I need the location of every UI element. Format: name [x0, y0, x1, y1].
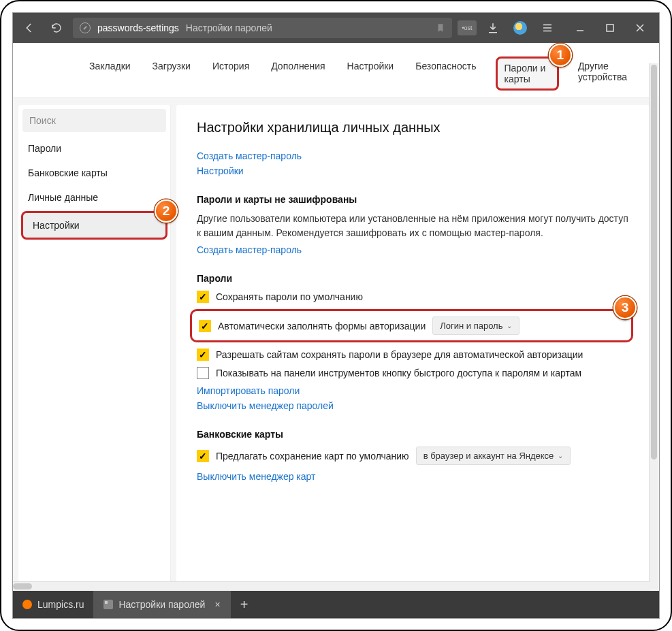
row-allow-sites-save: Разрешать сайтам сохранять пароли в брау…	[197, 349, 633, 361]
row-autofill: Автоматически заполнять формы авторизаци…	[190, 309, 633, 342]
row-offer-save-cards: Предлагать сохранение карт по умолчанию …	[197, 447, 633, 465]
topnav-passwords-cards[interactable]: Пароли и карты 1	[496, 56, 559, 91]
row-save-passwords: Сохранять пароли по умолчанию	[197, 291, 633, 303]
search-placeholder: Поиск	[29, 115, 56, 126]
checkbox-label: Автоматически заполнять формы авторизаци…	[218, 321, 426, 331]
browser-window: passwords-settings Настройки паролей •os…	[12, 12, 660, 619]
address-title: Настройки паролей	[186, 22, 272, 33]
tab-close-icon[interactable]: ×	[214, 599, 220, 610]
address-url: passwords-settings	[97, 22, 179, 33]
topnav-item-label: Пароли и карты	[505, 63, 546, 84]
menu-button[interactable]	[537, 18, 558, 37]
browser-toolbar: passwords-settings Настройки паролей •os…	[13, 13, 659, 43]
topnav-downloads[interactable]: Загрузки	[150, 56, 193, 91]
link-disable-password-manager[interactable]: Выключить менеджер паролей	[197, 400, 633, 411]
checkbox-offer-cards[interactable]	[197, 450, 209, 462]
tab-title: Lumpics.ru	[37, 599, 84, 610]
weather-icon[interactable]	[509, 18, 531, 37]
back-button[interactable]	[18, 18, 40, 37]
close-button[interactable]	[626, 18, 654, 37]
settings-body: Поиск Пароли Банковские карты Личные дан…	[13, 98, 659, 591]
dropdown-value: Логин и пароль	[440, 321, 502, 331]
new-tab-button[interactable]: +	[231, 591, 258, 618]
topnav-addons[interactable]: Дополнения	[268, 56, 327, 91]
tab-password-settings[interactable]: Настройки паролей ×	[94, 591, 230, 618]
site-favicon	[80, 22, 91, 33]
sidebar-item-label: Настройки	[33, 220, 80, 231]
link-settings[interactable]: Настройки	[197, 165, 633, 176]
row-show-toolbar-button: Показывать на панели инструментов кнопку…	[197, 367, 633, 379]
settings-content: Настройки хранилища личных данных Создат…	[176, 105, 654, 584]
chevron-down-icon: ⌄	[558, 452, 563, 459]
checkbox-label: Показывать на панели инструментов кнопку…	[216, 368, 581, 378]
link-disable-card-manager[interactable]: Выключить менеджер карт	[197, 471, 633, 482]
minimize-button[interactable]	[566, 18, 594, 37]
annotation-badge-1: 1	[549, 44, 572, 67]
encryption-description: Другие пользователи компьютера или устан…	[197, 212, 633, 240]
topnav-other-devices[interactable]: Другие устройства	[575, 56, 635, 91]
topnav-security[interactable]: Безопасность	[413, 56, 479, 91]
annotation-badge-2: 2	[155, 199, 178, 223]
link-create-master-password-2[interactable]: Создать мастер-пароль	[197, 244, 633, 255]
tab-title: Настройки паролей	[118, 599, 205, 610]
dropdown-value: в браузер и аккаунт на Яндексе	[423, 451, 554, 461]
vertical-scrollbar[interactable]	[649, 63, 658, 589]
checkbox-show-toolbar[interactable]	[197, 367, 209, 379]
chevron-down-icon: ⌄	[507, 322, 512, 329]
autofill-mode-dropdown[interactable]: Логин и пароль ⌄	[432, 317, 519, 335]
bookmark-icon[interactable]	[436, 22, 445, 33]
downloads-button[interactable]	[482, 18, 504, 37]
sidebar-item-cards[interactable]: Банковские карты	[18, 161, 170, 185]
settings-sidebar: Поиск Пароли Банковские карты Личные дан…	[18, 105, 171, 584]
annotation-badge-3: 3	[613, 296, 637, 319]
topnav-settings[interactable]: Настройки	[345, 56, 397, 91]
passwords-section-title: Пароли	[197, 273, 633, 284]
settings-top-nav: Закладки Загрузки История Дополнения Нас…	[13, 43, 659, 98]
address-bar[interactable]: passwords-settings Настройки паролей	[73, 18, 452, 38]
reload-button[interactable]	[46, 18, 67, 37]
link-create-master-password[interactable]: Создать мастер-пароль	[197, 150, 633, 161]
encryption-section-title: Пароли и карты не зашифрованы	[197, 194, 633, 205]
checkbox-allow-sites[interactable]	[197, 349, 209, 361]
checkbox-save-passwords[interactable]	[197, 291, 209, 303]
topnav-bookmarks[interactable]: Закладки	[86, 56, 133, 91]
extension-icon[interactable]: •ost	[458, 20, 477, 35]
page-heading: Настройки хранилища личных данных	[197, 120, 633, 135]
sidebar-item-personal[interactable]: Личные данные	[18, 185, 170, 210]
checkbox-autofill[interactable]	[199, 320, 211, 332]
checkbox-label: Разрешать сайтам сохранять пароли в брау…	[216, 349, 583, 360]
tab-strip: Lumpics.ru Настройки паролей × +	[13, 591, 659, 618]
cards-target-dropdown[interactable]: в браузер и аккаунт на Яндексе ⌄	[416, 447, 571, 465]
checkbox-label: Предлагать сохранение карт по умолчанию	[216, 451, 409, 462]
tab-lumpics[interactable]: Lumpics.ru	[13, 591, 94, 618]
topnav-history[interactable]: История	[210, 56, 252, 91]
sidebar-item-passwords[interactable]: Пароли	[18, 136, 170, 161]
tab-favicon	[103, 600, 113, 609]
svg-rect-0	[607, 25, 613, 31]
cards-section-title: Банковские карты	[197, 429, 633, 440]
checkbox-label: Сохранять пароли по умолчанию	[216, 291, 363, 302]
tab-favicon	[22, 600, 32, 609]
sidebar-item-settings[interactable]: Настройки 2	[21, 211, 167, 240]
sidebar-search[interactable]: Поиск	[22, 109, 166, 132]
maximize-button[interactable]	[596, 18, 624, 37]
horizontal-scrollbar[interactable]	[13, 581, 650, 591]
link-import-passwords[interactable]: Импортировать пароли	[197, 385, 633, 396]
